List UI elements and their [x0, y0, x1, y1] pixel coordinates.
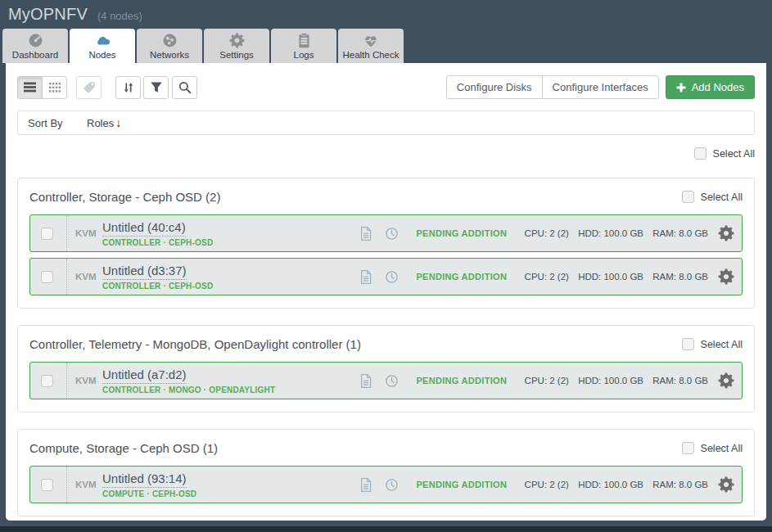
tab-dashboard[interactable]: Dashboard [2, 29, 68, 63]
hdd-stat: HDD: 100.0 GB [578, 376, 643, 385]
node-settings-gear-icon[interactable] [718, 476, 734, 493]
tab-label: Dashboard [12, 50, 58, 60]
node-checkbox[interactable] [41, 479, 53, 491]
select-all-checkbox[interactable] [694, 147, 707, 160]
history-icon[interactable] [385, 374, 399, 388]
group-select-all[interactable]: Select All [682, 191, 743, 203]
environment-header: MyOPNFV (4 nodes) [0, 0, 772, 29]
select-all-label: Select All [701, 443, 743, 454]
sort-nodes-button[interactable] [115, 76, 141, 99]
search-nodes-button[interactable] [172, 76, 197, 99]
ram-stat: RAM: 8.0 GB [652, 228, 708, 238]
add-nodes-label: Add Nodes [692, 81, 744, 93]
tab-nodes[interactable]: Nodes [70, 29, 135, 63]
tab-health-check[interactable]: Health Check [338, 29, 404, 63]
node-details-icon[interactable] [359, 477, 372, 493]
node-row[interactable]: KVM Untitled (a7:d2) CONTROLLER · MONGO … [29, 362, 743, 399]
status-badge: PENDING ADDITION [399, 272, 525, 282]
node-checkbox[interactable] [41, 375, 53, 387]
sort-criterion-label: Roles [87, 117, 114, 129]
grid-view-button[interactable] [42, 76, 67, 99]
search-icon [178, 81, 192, 94]
list-view-icon [24, 82, 36, 92]
node-name[interactable]: Untitled (40:c4) [102, 220, 186, 237]
cpu-stat: CPU: 2 (2) [525, 228, 569, 238]
history-icon[interactable] [385, 478, 399, 492]
environment-title: MyOPNFV [8, 5, 88, 24]
status-badge: PENDING ADDITION [399, 376, 525, 385]
node-settings-gear-icon[interactable] [718, 268, 734, 285]
node-checkbox[interactable] [41, 228, 53, 240]
node-name[interactable]: Untitled (d3:37) [102, 264, 187, 280]
node-name[interactable]: Untitled (a7:d2) [102, 367, 187, 384]
nodes-toolbar: Configure Disks Configure Interfaces Add… [17, 75, 755, 99]
select-all-label: Select All [713, 148, 755, 160]
node-details-icon[interactable] [359, 373, 372, 389]
node-roles: CONTROLLER · CEPH-OSD [102, 238, 359, 247]
node-roles: CONTROLLER · MONGO · OPENDAYLIGHT [102, 385, 359, 394]
hdd-stat: HDD: 100.0 GB [578, 228, 643, 238]
gauge-icon [28, 33, 43, 48]
group-select-all[interactable]: Select All [682, 338, 743, 350]
node-group: Compute, Storage - Ceph OSD (1) Select A… [17, 429, 755, 516]
sort-direction-arrow-icon[interactable]: ↓ [115, 117, 121, 128]
configure-interfaces-button[interactable]: Configure Interfaces [542, 75, 659, 99]
node-stats: CPU: 2 (2) HDD: 100.0 GB RAM: 8.0 GB [525, 272, 708, 282]
sort-criterion[interactable]: Roles ↓ [87, 117, 121, 129]
ram-stat: RAM: 8.0 GB [652, 480, 708, 489]
node-settings-gear-icon[interactable] [718, 225, 734, 241]
node-details-icon[interactable] [359, 269, 372, 285]
ram-stat: RAM: 8.0 GB [652, 376, 708, 385]
node-count: (4 nodes) [97, 10, 142, 22]
hdd-stat: HDD: 100.0 GB [578, 272, 643, 282]
nodes-panel: Configure Disks Configure Interfaces Add… [6, 63, 766, 521]
tab-label: Nodes [88, 50, 115, 60]
configure-disks-button[interactable]: Configure Disks [446, 75, 543, 99]
node-stats: CPU: 2 (2) HDD: 100.0 GB RAM: 8.0 GB [525, 376, 708, 385]
tab-logs[interactable]: Logs [271, 29, 336, 63]
gear-icon [229, 33, 245, 48]
node-group: Controller, Telemetry - MongoDB, OpenDay… [17, 325, 755, 413]
ram-stat: RAM: 8.0 GB [652, 272, 708, 282]
history-icon[interactable] [385, 227, 399, 241]
node-row[interactable]: KVM Untitled (93:14) COMPUTE · CEPH-OSD … [29, 466, 743, 503]
group-select-all-checkbox[interactable] [682, 338, 694, 350]
group-title: Controller, Telemetry - MongoDB, OpenDay… [29, 337, 361, 351]
cpu-stat: CPU: 2 (2) [525, 272, 569, 282]
node-settings-gear-icon[interactable] [718, 372, 734, 389]
cloud-icon [94, 33, 111, 48]
node-details-icon[interactable] [359, 226, 372, 241]
hypervisor-label: KVM [75, 376, 98, 385]
hypervisor-label: KVM [75, 480, 98, 489]
history-icon[interactable] [385, 270, 399, 284]
add-nodes-button[interactable]: Add Nodes [666, 75, 755, 99]
group-title: Compute, Storage - Ceph OSD (1) [29, 441, 218, 455]
group-title: Controller, Storage - Ceph OSD (2) [29, 190, 220, 204]
view-mode-group [17, 76, 67, 99]
tab-label: Health Check [342, 50, 399, 60]
node-row[interactable]: KVM Untitled (d3:37) CONTROLLER · CEPH-O… [29, 258, 743, 295]
group-select-all-checkbox[interactable] [682, 442, 694, 454]
select-all-row: Select All [17, 147, 755, 160]
status-badge: PENDING ADDITION [399, 480, 525, 489]
tab-networks[interactable]: Networks [137, 29, 202, 63]
divider [66, 215, 67, 251]
hypervisor-label: KVM [75, 228, 98, 238]
tab-settings[interactable]: Settings [204, 29, 269, 63]
node-roles: CONTROLLER · CEPH-OSD [102, 282, 359, 291]
tab-label: Networks [150, 50, 189, 60]
select-all-label: Select All [701, 192, 743, 203]
hypervisor-label: KVM [75, 272, 98, 282]
list-view-button[interactable] [17, 76, 43, 99]
select-all-nodes[interactable]: Select All [694, 147, 755, 160]
group-select-all[interactable]: Select All [682, 442, 743, 454]
label-nodes-button [76, 76, 102, 99]
divider [66, 363, 67, 399]
node-checkbox[interactable] [41, 271, 53, 283]
node-name[interactable]: Untitled (93:14) [102, 471, 187, 488]
node-row[interactable]: KVM Untitled (40:c4) CONTROLLER · CEPH-O… [29, 214, 743, 252]
tab-label: Logs [294, 50, 314, 60]
node-roles: COMPUTE · CEPH-OSD [102, 489, 359, 498]
filter-nodes-button[interactable] [143, 76, 169, 99]
group-select-all-checkbox[interactable] [682, 191, 694, 203]
